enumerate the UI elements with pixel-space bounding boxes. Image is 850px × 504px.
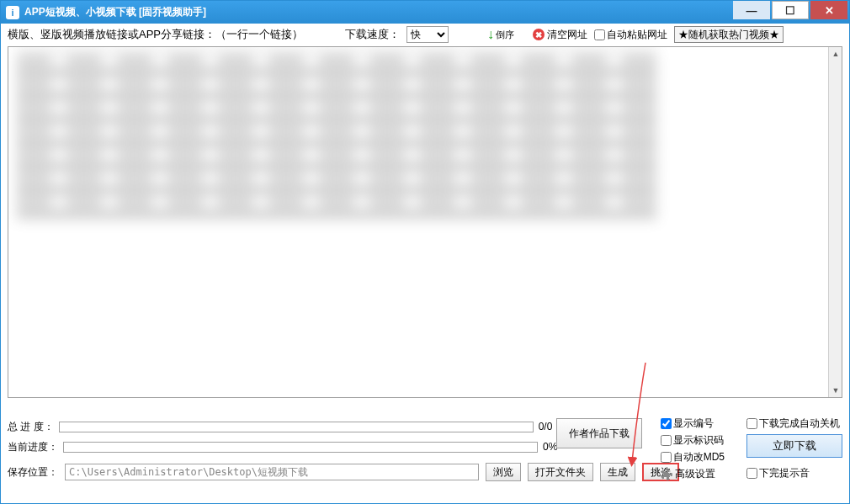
- app-window: i APP短视频、小视频下载 [固乔视频助手] — ☐ ✕ 横版、竖版视频播放链…: [0, 0, 850, 504]
- total-progress-text: 0/0: [539, 421, 553, 432]
- random-hot-button[interactable]: ★随机获取热门视频★: [674, 26, 784, 43]
- clear-urls-button[interactable]: ✖ 清空网址: [533, 28, 587, 42]
- total-progress-label: 总 进 度：: [8, 420, 54, 434]
- show-idcode-checkbox[interactable]: 显示标识码: [661, 433, 724, 448]
- finish-sound-checkbox[interactable]: 下完提示音: [746, 466, 810, 480]
- speed-select[interactable]: 快: [406, 26, 449, 43]
- current-progress-text: 0%: [543, 441, 557, 453]
- download-now-button[interactable]: 立即下载: [746, 434, 842, 458]
- save-path-label: 保存位置：: [8, 465, 58, 480]
- scroll-up-icon[interactable]: ▲: [829, 47, 842, 61]
- gear-icon: [661, 469, 672, 480]
- vertical-scrollbar[interactable]: ▲ ▼: [828, 47, 842, 397]
- advanced-settings-link[interactable]: 高级设置: [661, 467, 715, 481]
- total-progress-bar: [59, 422, 534, 432]
- options-column: 显示编号 显示标识码 自动改MD5 高级设置: [661, 403, 725, 481]
- bottom-panel: 总 进 度： 0/0 当前进度： 0% 保存位置： 浏览 打开文件夹 生成 挑选…: [8, 403, 842, 496]
- browse-button[interactable]: 浏览: [486, 463, 521, 481]
- url-textarea[interactable]: ▲ ▼: [8, 46, 842, 398]
- maximize-button[interactable]: ☐: [772, 1, 809, 19]
- title-bar: i APP短视频、小视频下载 [固乔视频助手] — ☐ ✕: [1, 1, 849, 24]
- save-path-input[interactable]: [65, 464, 479, 480]
- speed-label: 下载速度：: [345, 27, 400, 42]
- generate-button[interactable]: 生成: [600, 463, 635, 481]
- author-works-download-button[interactable]: 作者作品下载: [556, 418, 642, 448]
- close-button[interactable]: ✕: [810, 1, 847, 19]
- clear-icon: ✖: [533, 29, 545, 40]
- open-folder-button[interactable]: 打开文件夹: [528, 463, 593, 481]
- show-number-checkbox[interactable]: 显示编号: [661, 416, 714, 431]
- link-input-label: 横版、竖版视频播放链接或APP分享链接：（一行一个链接）: [8, 27, 303, 42]
- toolbar: 横版、竖版视频播放链接或APP分享链接：（一行一个链接） 下载速度： 快 ↓ 倒…: [1, 24, 849, 45]
- window-title: APP短视频、小视频下载 [固乔视频助手]: [24, 5, 206, 19]
- scroll-down-icon[interactable]: ▼: [829, 384, 842, 397]
- auto-paste-checkbox[interactable]: 自动粘贴网址: [594, 28, 667, 42]
- arrow-down-icon: ↓: [487, 27, 494, 42]
- minimize-button[interactable]: —: [733, 1, 770, 19]
- blurred-content: [17, 51, 656, 220]
- auto-md5-checkbox[interactable]: 自动改MD5: [661, 450, 725, 464]
- window-controls: — ☐ ✕: [733, 1, 849, 24]
- app-icon: i: [6, 6, 19, 19]
- auto-shutdown-checkbox[interactable]: 下载完成自动关机: [746, 416, 840, 431]
- current-progress-label: 当前进度：: [8, 440, 58, 454]
- right-column: 下载完成自动关机 立即下载 下完提示音: [746, 403, 842, 480]
- current-progress-bar: [63, 442, 538, 453]
- auto-paste-input[interactable]: [594, 29, 605, 40]
- reverse-sort-button[interactable]: ↓ 倒序: [487, 27, 514, 42]
